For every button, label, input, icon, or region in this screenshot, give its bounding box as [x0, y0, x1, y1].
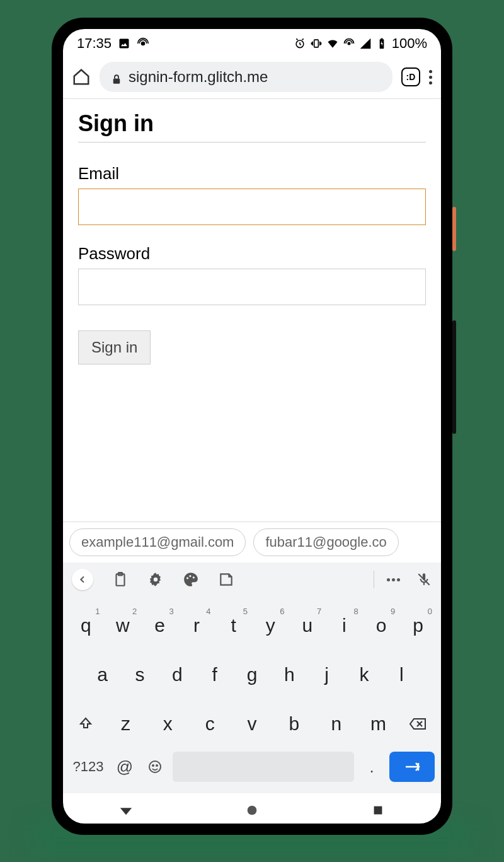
key-e[interactable]: e3 [142, 605, 178, 646]
svg-point-11 [154, 578, 158, 582]
spacebar-key[interactable] [173, 752, 354, 782]
key-b[interactable]: b [273, 704, 315, 744]
svg-rect-0 [120, 39, 129, 49]
sticker-icon[interactable] [218, 571, 234, 588]
signal-icon [359, 37, 372, 50]
lock-icon [111, 71, 122, 83]
gear-icon[interactable] [147, 571, 164, 588]
url-text: signin-form.glitch.me [129, 68, 268, 86]
nav-recent-icon[interactable] [371, 803, 385, 817]
email-field[interactable] [78, 189, 426, 225]
key-d[interactable]: d [159, 655, 195, 695]
svg-point-12 [186, 577, 188, 579]
key-f[interactable]: f [197, 655, 232, 695]
emoji-key[interactable] [142, 750, 168, 783]
suggestion-chip[interactable]: example111@gmail.com [69, 528, 246, 556]
page-content: Sign in Email Password Sign in [63, 99, 441, 521]
svg-point-18 [156, 765, 158, 766]
svg-point-14 [193, 576, 195, 578]
key-i[interactable]: i8 [326, 605, 362, 646]
key-p[interactable]: p0 [400, 605, 436, 646]
svg-point-1 [142, 42, 145, 45]
key-v[interactable]: v [231, 704, 273, 744]
svg-rect-3 [314, 40, 318, 47]
home-icon[interactable] [72, 67, 91, 86]
keyboard-collapse-icon[interactable] [72, 569, 93, 590]
status-time: 17:35 [77, 35, 112, 52]
status-bar: 17:35 [63, 29, 441, 55]
suggestion-chip[interactable]: fubar11@google.co [253, 528, 398, 556]
browser-bar: signin-form.glitch.me :D [63, 55, 441, 99]
alarm-icon [294, 37, 306, 50]
password-label: Password [78, 244, 426, 264]
nav-home-icon[interactable] [245, 803, 259, 817]
palette-icon[interactable] [183, 571, 199, 588]
more-menu-icon[interactable] [429, 70, 432, 84]
enter-key[interactable] [389, 752, 435, 782]
nav-back-icon[interactable] [119, 803, 133, 817]
key-c[interactable]: c [189, 704, 231, 744]
tab-switcher[interactable]: :D [401, 67, 420, 86]
key-s[interactable]: s [122, 655, 158, 695]
backspace-key[interactable] [401, 716, 436, 731]
svg-point-17 [152, 765, 154, 766]
image-icon [118, 37, 130, 50]
password-field[interactable] [78, 269, 426, 305]
key-o[interactable]: o9 [364, 605, 399, 646]
vibrate-icon [310, 37, 323, 50]
svg-rect-7 [113, 79, 120, 84]
phone-frame: 17:35 [52, 18, 452, 835]
signin-button[interactable]: Sign in [78, 330, 151, 364]
key-x[interactable]: x [147, 704, 189, 744]
key-r[interactable]: r4 [179, 605, 215, 646]
svg-rect-20 [374, 807, 382, 815]
page-title: Sign in [78, 110, 426, 143]
svg-rect-6 [381, 38, 382, 40]
key-q[interactable]: q1 [68, 605, 104, 646]
wifi-icon [326, 37, 339, 50]
system-nav-bar [63, 793, 441, 824]
key-k[interactable]: k [346, 655, 382, 695]
svg-point-16 [149, 761, 161, 772]
hotspot-icon [137, 37, 149, 50]
keyboard: q1w2e3r4t5y6u7i8o9p0 asdfghjkl zxcvbnm ?… [63, 562, 441, 793]
volume-button [452, 320, 456, 434]
email-label: Email [78, 164, 426, 183]
phone-screen: 17:35 [63, 29, 441, 824]
svg-point-4 [348, 42, 350, 44]
more-dots-icon[interactable] [387, 571, 403, 588]
key-a[interactable]: a [84, 655, 120, 695]
autofill-suggestions: example111@gmail.com fubar11@google.co [63, 521, 441, 562]
key-y[interactable]: y6 [253, 605, 289, 646]
keyboard-toolbar [63, 562, 441, 597]
key-w[interactable]: w2 [105, 605, 141, 646]
svg-point-19 [248, 806, 257, 815]
battery-percent: 100% [392, 35, 427, 52]
key-j[interactable]: j [309, 655, 345, 695]
key-z[interactable]: z [105, 704, 147, 744]
svg-point-13 [189, 575, 191, 577]
url-bar[interactable]: signin-form.glitch.me [100, 62, 392, 92]
at-key[interactable]: @ [112, 750, 137, 783]
battery-icon [375, 37, 388, 50]
clipboard-icon[interactable] [112, 571, 129, 588]
mic-off-icon[interactable] [416, 571, 432, 588]
key-m[interactable]: m [357, 704, 399, 744]
shift-key[interactable] [68, 716, 103, 731]
period-key[interactable]: . [359, 750, 384, 783]
power-button [452, 207, 456, 251]
key-l[interactable]: l [384, 655, 420, 695]
key-g[interactable]: g [234, 655, 270, 695]
key-t[interactable]: t5 [215, 605, 251, 646]
hotspot-status-icon [343, 37, 355, 50]
key-n[interactable]: n [315, 704, 357, 744]
key-h[interactable]: h [272, 655, 307, 695]
key-u[interactable]: u7 [290, 605, 326, 646]
symbols-key[interactable]: ?123 [69, 750, 107, 783]
